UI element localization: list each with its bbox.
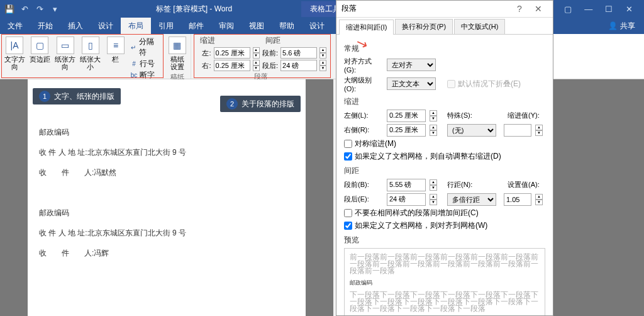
indent-right-input[interactable] <box>214 60 250 71</box>
outline-label: 大纲级别(O): <box>344 76 383 93</box>
orientation-button[interactable]: ▭纸张方向 <box>53 35 77 72</box>
tab-file[interactable]: 文件 <box>0 18 30 34</box>
sec-indent: 缩进 <box>344 96 545 107</box>
before-label2: 段前(B): <box>344 180 383 189</box>
before-spin2[interactable]: ▲▼ <box>430 179 437 191</box>
tab-table-design[interactable]: 设计 <box>302 18 332 34</box>
columns-button[interactable]: ≡栏 <box>104 35 128 64</box>
tab-references[interactable]: 引用 <box>151 18 181 34</box>
indentby-spin[interactable]: ▲▼ <box>535 125 543 136</box>
share-button[interactable]: 👤共享 <box>553 18 644 34</box>
hyphen-icon: bc <box>130 72 138 79</box>
callout-2: 2 关于段落的排版 <box>220 96 301 112</box>
undo-icon[interactable]: ↶ <box>18 2 31 16</box>
linenum-icon: # <box>130 60 138 68</box>
line-numbers-item[interactable]: #行号 <box>130 59 159 69</box>
dialog-body: 常规 对齐方式(G): 左对齐 大纲级别(O): 正文文本 默认情况下折叠(E)… <box>336 35 553 315</box>
after-label2: 段后(E): <box>344 195 383 204</box>
sec-general: 常规 <box>344 43 545 54</box>
setval-spin[interactable]: ▲▼ <box>535 194 543 205</box>
after-spin2[interactable]: ▲▼ <box>430 194 437 205</box>
before-label: 段前: <box>262 48 279 58</box>
dtab-indent[interactable]: 缩进和间距(I) <box>339 20 394 35</box>
save-icon[interactable]: 💾 <box>3 2 16 16</box>
margins-icon: ▢ <box>31 37 48 54</box>
special-select[interactable]: (无) <box>447 124 496 137</box>
linesp-label: 行距(N): <box>447 180 479 189</box>
text-direction-button[interactable]: |A文字方向 <box>3 35 26 72</box>
before-input2[interactable] <box>387 179 426 191</box>
quick-access: 💾 ↶ ↷ ▾ <box>3 2 62 16</box>
after-spin[interactable]: ▲▼ <box>319 60 326 71</box>
tab-view[interactable]: 视图 <box>242 18 272 34</box>
callout-number: 2 <box>226 98 238 110</box>
size-button[interactable]: ▯纸张大小 <box>79 35 103 72</box>
columns-icon: ≡ <box>107 37 125 54</box>
right-spin[interactable]: ▲▼ <box>430 125 437 136</box>
after-input[interactable] <box>280 60 317 71</box>
spacing-head: 间距 <box>265 35 280 46</box>
tab-home[interactable]: 开始 <box>30 18 60 34</box>
redo-icon[interactable]: ↷ <box>33 2 47 16</box>
left-label: 左侧(L): <box>344 111 383 120</box>
tab-help[interactable]: 帮助 <box>272 18 302 34</box>
after-label: 段后: <box>262 61 279 71</box>
preview-box: 前一段落前一段落前一段落前一段落前一段落前一段落前一段落前一段落前一段落前一段落… <box>344 248 545 315</box>
nosame-check[interactable] <box>344 209 352 217</box>
doc-line: 收 件 人 地 址:北京东城区东直门北大街 9 号 <box>39 144 294 161</box>
left-spin[interactable]: ▲▼ <box>430 110 437 121</box>
tab-mailings[interactable]: 邮件 <box>181 18 211 34</box>
dialog-tabs: 缩进和间距(I) 换行和分页(P) 中文版式(H) <box>336 18 553 35</box>
manuscript-icon: ▦ <box>169 37 186 54</box>
breaks-icon: ↵ <box>130 43 137 51</box>
tab-insert[interactable]: 插入 <box>60 18 91 34</box>
dtab-break[interactable]: 换行和分页(P) <box>395 19 453 34</box>
window-title: 标签 [兼容模式] - Word <box>156 4 232 14</box>
align-select[interactable]: 左对齐 <box>387 59 436 71</box>
paragraph-dialog: 段落 ? ✕ 缩进和间距(I) 换行和分页(P) 中文版式(H) 常规 对齐方式… <box>336 0 553 316</box>
outline-select[interactable]: 正文文本 <box>387 77 436 90</box>
after-input2[interactable] <box>387 193 426 206</box>
grid-indent-check[interactable] <box>344 152 352 161</box>
before-spin[interactable]: ▲▼ <box>319 47 326 59</box>
more-icon[interactable]: ▾ <box>48 2 62 16</box>
linesp-select[interactable]: 多倍行距 <box>447 193 496 206</box>
right-input[interactable] <box>387 124 426 137</box>
indentby-input[interactable] <box>504 124 531 137</box>
doc-line: 收 件 人:冯辉 <box>39 244 294 262</box>
collapse-check <box>447 80 455 88</box>
group-page-setup: |A文字方向 ▢页边距 ▭纸张方向 ▯纸张大小 ≡栏 ↵分隔符 #行号 bc断字… <box>0 34 164 79</box>
tab-review[interactable]: 审阅 <box>211 18 242 34</box>
indent-left-input[interactable] <box>214 47 250 59</box>
maximize-icon[interactable]: ☐ <box>601 4 618 14</box>
size-icon: ▯ <box>82 37 99 54</box>
indent-head: 缩进 <box>200 35 215 46</box>
setval-input[interactable] <box>504 193 531 206</box>
ribbon-blank <box>553 34 644 79</box>
callout-number: 1 <box>39 91 50 102</box>
close-icon[interactable]: ✕ <box>621 4 638 14</box>
group-manuscript: ▦稿纸 设置 稿纸 <box>164 34 191 79</box>
margins-button[interactable]: ▢页边距 <box>28 35 52 64</box>
text-direction-icon: |A <box>6 37 23 54</box>
dtab-chinese[interactable]: 中文版式(H) <box>454 19 505 34</box>
left-input[interactable] <box>387 110 426 122</box>
indent-right-label: 右: <box>195 61 211 71</box>
before-input[interactable] <box>280 47 317 59</box>
sym-check[interactable] <box>344 140 352 148</box>
tab-layout[interactable]: 布局 <box>121 18 151 34</box>
indent-left-label: 左: <box>195 48 211 58</box>
minimize-icon[interactable]: — <box>580 4 597 14</box>
breaks-item[interactable]: ↵分隔符 <box>130 37 159 58</box>
indent-left-spin[interactable]: ▲▼ <box>253 47 260 59</box>
grid-align-check[interactable] <box>344 222 352 230</box>
special-label: 特殊(S): <box>447 111 479 120</box>
tab-design[interactable]: 设计 <box>91 18 121 34</box>
indent-right-spin[interactable]: ▲▼ <box>253 60 260 71</box>
close-button[interactable]: ✕ <box>529 4 548 14</box>
orientation-icon: ▭ <box>57 37 74 54</box>
help-button[interactable]: ? <box>510 4 529 14</box>
ribbon-opts-icon[interactable]: ▢ <box>560 4 577 14</box>
manuscript-button[interactable]: ▦稿纸 设置 <box>166 35 188 72</box>
page: 收 件 人:古笃诚 邮政编码 收 件 人 地 址:北京东城区东直门北大街 9 号… <box>28 79 306 316</box>
